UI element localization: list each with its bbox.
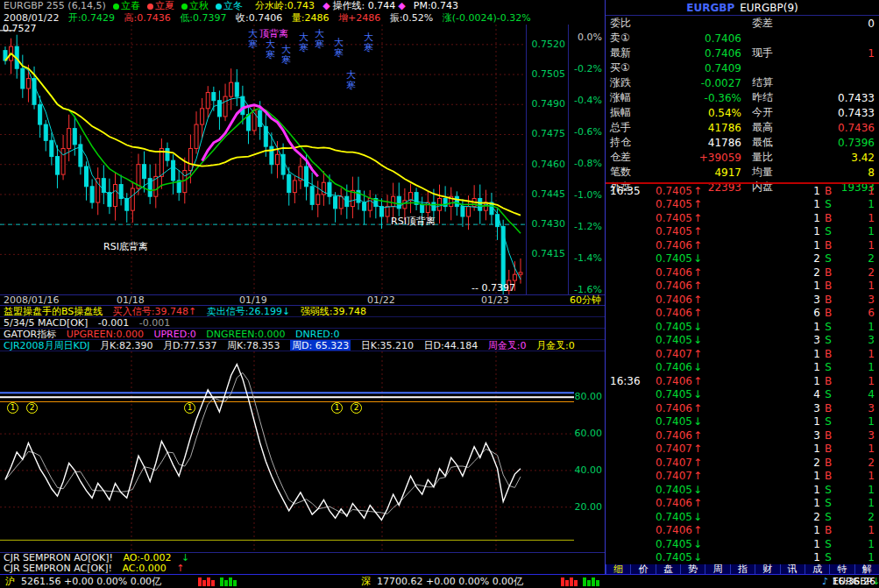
tab-盘[interactable]: 盘	[656, 564, 680, 574]
quote-label: 均量	[752, 165, 797, 180]
volume-meter-group	[220, 577, 237, 586]
candle-body	[467, 207, 471, 216]
tick-side: B	[820, 239, 836, 251]
kdj-week-k: 周K:78.353	[227, 340, 280, 351]
tick-side: B	[820, 348, 836, 360]
price-axis-label: 0.7505	[532, 68, 566, 80]
period-label[interactable]: 60分钟	[570, 295, 601, 306]
tick-list[interactable]: 16:350.7405↑1B10.7405↑1S10.7405↑1B10.740…	[606, 184, 879, 564]
tick-volume: 1	[703, 415, 820, 428]
up-arrow-icon: ↑	[692, 294, 703, 306]
volume-value: 量:2486	[292, 12, 330, 24]
quote-label: 仓差	[610, 150, 654, 165]
candle-body	[461, 207, 464, 216]
meter-bar	[198, 577, 202, 586]
quote-row: 委比委差0	[606, 16, 879, 31]
price-axis-label: 0.7520	[532, 39, 566, 50]
solar-term: 立冬	[216, 0, 243, 12]
meter-bar	[229, 577, 232, 586]
candle-body	[519, 273, 522, 274]
gator-indicator-row: GATOR指标 UPGREEN:0.000 UPRED:0 DNGREEN:0.…	[0, 329, 605, 340]
candle-body	[166, 148, 169, 160]
tab-指[interactable]: 指	[730, 564, 755, 574]
quote-value: -0.0027	[654, 77, 741, 89]
kdj-title: CJR2008月周日KDJ	[4, 340, 90, 351]
candle-body	[159, 148, 163, 176]
price-axis: 0.75200.75050.74900.74750.74600.74450.74…	[526, 25, 568, 294]
candle-body	[421, 204, 424, 212]
quote-value: 0	[797, 18, 875, 30]
tab-成[interactable]: 成	[805, 564, 829, 574]
tick-price: 0.7407	[647, 470, 692, 482]
meter-bar	[233, 580, 237, 586]
quote-label: 最高	[752, 120, 797, 135]
percent-axis-label: 0.0%	[578, 32, 602, 43]
main-chart-svg[interactable]	[0, 25, 526, 294]
date-axis: 2008/01/1601/1801/1901/2201/23 60分钟	[0, 294, 605, 306]
tab-价[interactable]: 价	[630, 564, 655, 574]
tick-side: S	[820, 252, 836, 265]
tick-side: B	[820, 307, 836, 319]
sound-icon[interactable]: ♪	[822, 576, 828, 587]
down-arrow-icon: ↓	[692, 388, 703, 400]
tick-row: 0.7406↑1B1	[606, 280, 879, 294]
tick-volume: 1	[703, 497, 820, 509]
tick-side: B	[820, 457, 836, 469]
tab-势[interactable]: 势	[680, 564, 705, 574]
up-arrow-icon: ↑	[692, 375, 703, 387]
gator-dngreen: DNGREEN:0.000	[206, 329, 285, 340]
candle-body	[310, 187, 314, 205]
quote-row: 卖①0.7406	[606, 31, 879, 46]
operation-line-value: 操作线: 0.744	[333, 0, 396, 11]
date-label[interactable]: 01/23	[481, 295, 509, 306]
quote-value: 0.54%	[654, 107, 741, 119]
tab-细[interactable]: 细	[606, 564, 630, 574]
date-label[interactable]: 01/22	[367, 295, 395, 306]
quote-label: 振幅	[610, 105, 654, 120]
tab-周[interactable]: 周	[705, 564, 729, 574]
kdj-chart-svg[interactable]	[0, 351, 574, 553]
quote-row: 涨跌-0.0027结算	[606, 75, 879, 90]
tick-count: 1	[836, 538, 875, 550]
ao-indicator-row: CJR SEMPRON AO[OK]! AO:-0.002 ↓	[0, 553, 605, 563]
candle-body	[339, 196, 343, 209]
star-icon: ◆	[323, 0, 330, 11]
candle-body	[188, 148, 192, 170]
candlestick-chart[interactable]: 大寒顶背离大寒大寒大寒大寒大寒大寒大寒RSI底背离RSI顶背离 0.7527 0…	[0, 25, 605, 294]
tab-讯[interactable]: 讯	[780, 564, 805, 574]
quote-row: 持仓41786最低0.7396	[606, 135, 879, 150]
tab-财[interactable]: 财	[755, 564, 779, 574]
meter-bar	[596, 580, 599, 586]
candle-body	[201, 109, 204, 124]
quote-label: 最低	[752, 135, 797, 150]
candle-body	[90, 187, 94, 202]
candle-body	[114, 185, 117, 207]
down-arrow-icon: ↓	[692, 484, 703, 496]
date-label[interactable]: 01/18	[117, 295, 145, 306]
price-axis-label: 0.7490	[532, 98, 566, 110]
tick-price: 0.7405	[647, 212, 692, 224]
percent-axis: 0.0%-0.2%-0.4%-0.6%-0.8%-1.0%-1.2%-1.4%-…	[568, 25, 605, 294]
kdj-k-line	[5, 365, 521, 521]
kdj-chart[interactable]: 80.0060.0040.0020.00 12112	[0, 351, 605, 553]
quote-label: 卖①	[610, 31, 654, 46]
up-arrow-icon: ↑	[692, 266, 703, 279]
tab-特[interactable]: 特	[829, 564, 854, 574]
candle-body	[195, 124, 198, 148]
candle-body	[143, 165, 146, 179]
tick-row: 0.7405↑1B1	[606, 211, 879, 225]
tick-row: 0.7405↑1S1	[606, 198, 879, 212]
down-arrow-icon: ↓	[692, 551, 703, 563]
quote-value: 1	[797, 47, 875, 60]
date-label[interactable]: 2008/01/16	[4, 295, 59, 306]
tick-row: 0.7405↓1S1	[606, 320, 879, 334]
tick-side: S	[820, 551, 836, 563]
sh-index-label[interactable]: 沪	[5, 576, 15, 587]
tab-解[interactable]: 解	[854, 564, 879, 574]
up-arrow-icon: ↑	[692, 280, 703, 292]
date-label[interactable]: 01/19	[239, 295, 267, 306]
sh-index-value: 5261.56 +0.00 0.00% 0.00亿	[21, 576, 161, 587]
term-dot-icon	[113, 4, 119, 10]
sz-index-label[interactable]: 深	[361, 576, 371, 587]
quote-label: 现手	[752, 46, 797, 60]
